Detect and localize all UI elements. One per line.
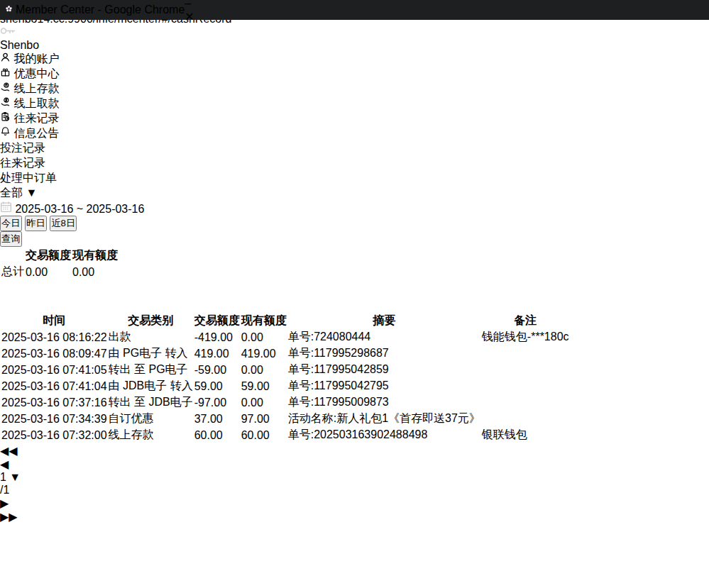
key-icon[interactable]: [0, 26, 709, 39]
cell-summary: 单号:724080444: [288, 330, 480, 345]
cell-trade-amount: -59.00: [194, 362, 240, 377]
nav-label: 信息公告: [13, 127, 59, 139]
site-favicon-icon: [5, 5, 16, 16]
nav-item-withdraw[interactable]: 线上取款: [0, 96, 709, 111]
first-page-button[interactable]: ◀◀: [0, 444, 709, 457]
deposit-icon: [0, 82, 13, 94]
table-row: 2025-03-16 08:16:22 出款 -419.00 0.00 单号:7…: [1, 330, 569, 345]
summary-trade-amount: 0.00: [26, 265, 71, 279]
cell-type: 自订优惠: [109, 411, 193, 426]
table-row: 2025-03-16 07:32:00 线上存款 60.00 60.00 单号:…: [1, 428, 569, 443]
tab-bet-records[interactable]: 投注记录: [0, 141, 709, 156]
main-nav: 我的账户 优惠中心 线上存款: [0, 52, 709, 141]
tab-cash-records[interactable]: 往来记录: [0, 156, 709, 171]
withdraw-icon: [0, 97, 13, 109]
cell-balance: 419.00: [241, 346, 287, 361]
sort-buttons: [0, 281, 709, 312]
cell-summary: 单号:117995298687: [288, 346, 480, 361]
records-header-row: 时间 交易类别 交易额度 现有额度 摘要 备注: [1, 314, 569, 328]
cell-trade-amount: 37.00: [194, 411, 240, 426]
feedback-compose-button[interactable]: [0, 523, 709, 540]
chevron-down-icon: ▼: [9, 471, 21, 483]
cell-type: 由 JDB电子 转入: [109, 379, 193, 394]
cell-time: 2025-03-16 07:41:05: [1, 362, 107, 377]
nav-item-deposit[interactable]: 线上存款: [0, 82, 709, 96]
records-icon: [0, 112, 13, 124]
records-table: 时间 交易类别 交易额度 现有额度 摘要 备注 2025-03-16 08:16…: [0, 312, 571, 444]
screen: Member Center - Google Chrome – ✕ shenbo…: [0, 0, 709, 588]
col-trade-amount: 交易额度: [194, 314, 240, 328]
minimize-button[interactable]: –: [185, 0, 194, 10]
cell-remark: [482, 346, 569, 361]
pagination: ◀◀ ◀ 1 ▼ /1 ▶ ▶▶: [0, 444, 709, 523]
table-row: 2025-03-16 08:09:47 由 PG电子 转入 419.00 419…: [1, 346, 569, 361]
last-page-button[interactable]: ▶▶: [0, 510, 709, 523]
cell-trade-amount: 419.00: [194, 346, 240, 361]
page-select-value: 1: [0, 471, 6, 483]
cell-balance: 59.00: [241, 379, 287, 394]
summary-total-label: 总计: [1, 265, 24, 279]
nav-label: 线上取款: [13, 97, 59, 109]
nav-label: 我的账户: [13, 52, 59, 65]
page-total: /1: [0, 484, 9, 496]
cell-summary: 单号:117995042859: [288, 362, 480, 377]
cell-trade-amount: -97.00: [194, 395, 240, 410]
today-button[interactable]: 今日: [0, 216, 22, 231]
next-page-button[interactable]: ▶: [0, 497, 709, 510]
type-select[interactable]: 全部 ▼: [0, 186, 709, 201]
cell-type: 转出 至 JDB电子: [109, 395, 193, 410]
prev-page-button[interactable]: ◀: [0, 457, 709, 471]
summary-row: 总计 0.00 0.00: [1, 265, 118, 279]
tab-pending-orders[interactable]: 处理中订单: [0, 171, 709, 186]
cell-time: 2025-03-16 07:32:00: [1, 428, 107, 443]
gift-icon: [0, 67, 13, 79]
col-summary: 摘要: [288, 314, 480, 328]
col-balance: 现有额度: [241, 314, 287, 328]
nav-label: 优惠中心: [13, 67, 59, 79]
cell-remark: [482, 395, 569, 410]
cell-balance: 0.00: [241, 395, 287, 410]
cell-trade-amount: -419.00: [194, 330, 240, 345]
sort-ascending-button[interactable]: [0, 296, 709, 312]
search-button[interactable]: 查询: [0, 231, 22, 247]
bell-icon: [0, 127, 13, 139]
cell-remark: 钱能钱包-***180c: [482, 330, 569, 345]
cell-remark: [482, 411, 569, 426]
page-select[interactable]: 1 ▼: [0, 471, 709, 484]
nav-label: 往来记录: [13, 112, 59, 124]
window-titlebar: Member Center - Google Chrome – ✕: [0, 0, 709, 20]
table-row: 2025-03-16 07:41:05 转出 至 PG电子 -59.00 0.0…: [1, 362, 569, 377]
nav-item-announcements[interactable]: 信息公告: [0, 126, 709, 141]
cell-type: 转出 至 PG电子: [109, 362, 193, 377]
type-select-value: 全部: [0, 187, 23, 199]
cell-time: 2025-03-16 07:37:16: [1, 395, 107, 410]
cell-time: 2025-03-16 08:09:47: [1, 346, 107, 361]
summary-header-balance: 现有额度: [72, 248, 118, 263]
cell-type: 出款: [109, 330, 193, 345]
cell-balance: 0.00: [241, 362, 287, 377]
nav-item-my-account[interactable]: 我的账户: [0, 52, 709, 67]
chevron-down-icon: ▼: [26, 187, 37, 199]
table-row: 2025-03-16 07:41:04 由 JDB电子 转入 59.00 59.…: [1, 379, 569, 394]
cell-time: 2025-03-16 07:41:04: [1, 379, 107, 394]
cell-summary: 单号:117995042795: [288, 379, 480, 394]
cell-remark: [482, 362, 569, 377]
nav-item-cash-records[interactable]: 往来记录: [0, 111, 709, 126]
calendar-icon: [0, 203, 15, 215]
cell-balance: 97.00: [241, 411, 287, 426]
sub-tabbar: 投注记录 往来记录 处理中订单: [0, 141, 709, 186]
cell-summary: 单号:202503163902488498: [288, 428, 480, 443]
content-area: 全部 ▼ 2025-03-16 ~ 2025-03-16 今日 昨日 近8日 查…: [0, 186, 709, 523]
nav-item-promotions[interactable]: 优惠中心: [0, 67, 709, 82]
window-controls: – ✕: [185, 0, 194, 23]
yesterday-button[interactable]: 昨日: [25, 216, 47, 231]
cell-remark: [482, 379, 569, 394]
cell-type: 线上存款: [109, 428, 193, 443]
date-range-input[interactable]: 2025-03-16 ~ 2025-03-16: [0, 201, 709, 216]
col-remark: 备注: [482, 314, 569, 328]
close-button[interactable]: ✕: [185, 10, 194, 23]
sort-descending-button[interactable]: [0, 281, 709, 296]
last-8-days-button[interactable]: 近8日: [50, 216, 77, 231]
table-row: 2025-03-16 07:37:16 转出 至 JDB电子 -97.00 0.…: [1, 395, 569, 410]
summary-header-trade-amount: 交易额度: [26, 248, 71, 263]
